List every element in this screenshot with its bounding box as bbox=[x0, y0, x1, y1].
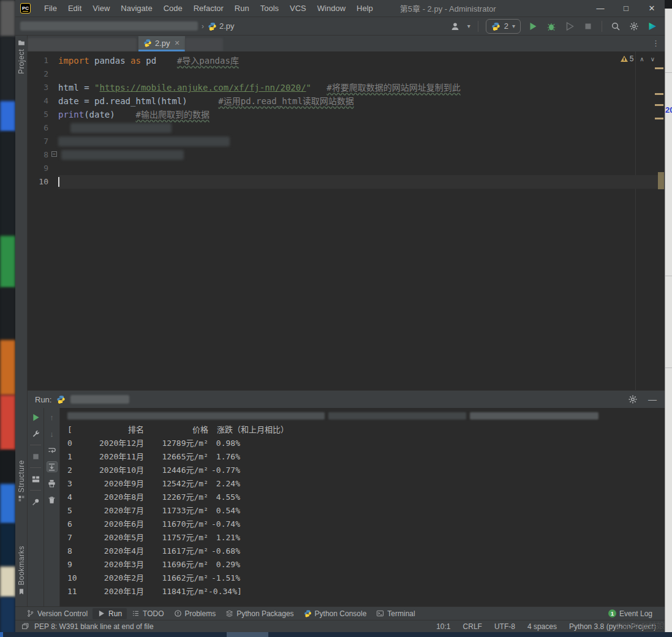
python-run-tab-icon bbox=[56, 395, 66, 404]
line-number: 2 bbox=[28, 67, 58, 81]
menu-tools[interactable]: Tools bbox=[255, 2, 284, 15]
line-number: 9 bbox=[28, 162, 58, 175]
menu-code[interactable]: Code bbox=[159, 2, 187, 15]
menu-file[interactable]: File bbox=[39, 2, 62, 15]
tab-options-kebab-icon[interactable]: ⋮ bbox=[652, 39, 660, 48]
menu-bar: FileEditViewNavigateCodeRefactorRunTools… bbox=[39, 2, 378, 15]
toolwindow-event-log[interactable]: 1Event Log bbox=[603, 608, 657, 619]
code-line: import pandas as pd #导入pandas库 bbox=[58, 54, 665, 67]
run-button[interactable] bbox=[527, 20, 539, 32]
sidebar-item-bookmarks[interactable]: Bookmarks bbox=[15, 546, 28, 595]
print-icon[interactable] bbox=[47, 478, 58, 489]
toolwindow-terminal[interactable]: Terminal bbox=[371, 608, 420, 619]
maximize-button[interactable]: □ bbox=[613, 0, 639, 17]
user-account-icon[interactable] bbox=[449, 20, 461, 32]
caret-position[interactable]: 10:1 bbox=[436, 622, 450, 631]
sidebar-item-project[interactable]: Project bbox=[15, 39, 28, 74]
code-line bbox=[58, 135, 665, 148]
menu-view[interactable]: View bbox=[88, 2, 115, 15]
redacted-code bbox=[61, 150, 184, 160]
run-with-coverage-button[interactable] bbox=[564, 20, 576, 32]
restore-layout-icon[interactable] bbox=[30, 473, 41, 484]
soft-wrap-icon[interactable] bbox=[47, 445, 58, 456]
prev-warning-chevron-icon[interactable]: ∧ bbox=[640, 56, 644, 62]
menu-refactor[interactable]: Refactor bbox=[189, 2, 228, 15]
tab-2py[interactable]: 2.py ✕ bbox=[138, 36, 185, 51]
stop-process-button[interactable] bbox=[30, 451, 41, 462]
scroll-to-end-icon[interactable] bbox=[47, 461, 58, 472]
run-toolbar-inner: ↑ ↓ bbox=[43, 408, 59, 606]
line-number: 1 bbox=[28, 54, 58, 67]
line-number: 3 bbox=[28, 81, 58, 94]
code-with-me-icon[interactable] bbox=[646, 20, 659, 32]
background-text-fragment: 20 bbox=[665, 105, 672, 115]
redacted-command-line bbox=[67, 412, 665, 421]
line-number: 5 bbox=[28, 108, 58, 121]
scrollbar-thumb[interactable] bbox=[658, 172, 664, 189]
toolwindow-todo[interactable]: TODO bbox=[127, 608, 168, 619]
next-warning-chevron-icon[interactable]: ∨ bbox=[651, 56, 655, 62]
user-dropdown-chevron-icon[interactable]: ▾ bbox=[467, 23, 470, 29]
down-stack-trace-icon[interactable]: ↓ bbox=[47, 428, 58, 439]
run-console[interactable]: [排名价格涨跌（和上月相比）02020年12月12789元/m²0.98%120… bbox=[59, 408, 665, 606]
sidebar-item-structure[interactable]: Structure bbox=[15, 460, 28, 502]
config-dropdown-chevron-icon: ▾ bbox=[512, 23, 515, 29]
inspections-widget[interactable]: 5 ∧ ∨ bbox=[621, 55, 655, 63]
menu-run[interactable]: Run bbox=[230, 2, 254, 15]
toolwindow-python-packages[interactable]: Python Packages bbox=[221, 608, 298, 619]
run-tool-window: Run: — bbox=[28, 390, 665, 606]
menu-navigate[interactable]: Navigate bbox=[116, 2, 157, 15]
warning-count: 5 bbox=[621, 55, 634, 63]
screen: 20 PC FileEditViewNavigateCodeRefactorRu… bbox=[0, 0, 672, 637]
python-interpreter[interactable]: Python 3.8 (pythonProject) bbox=[569, 622, 656, 631]
code-area[interactable]: import pandas as pd #导入pandas库html = "ht… bbox=[58, 51, 665, 390]
background-window-strip: 20 bbox=[665, 9, 672, 632]
console-row: 102020年2月11662元/m²-1.51% bbox=[67, 571, 665, 585]
toolwindow-run[interactable]: Run bbox=[92, 608, 127, 619]
pin-tab-icon[interactable] bbox=[30, 496, 41, 507]
menu-window[interactable]: Window bbox=[312, 2, 350, 15]
code-line bbox=[58, 162, 665, 175]
menu-vcs[interactable]: VCS bbox=[285, 2, 311, 15]
toolwindow-problems[interactable]: Problems bbox=[169, 608, 221, 619]
redacted-tab[interactable] bbox=[28, 38, 137, 51]
line-separator[interactable]: CRLF bbox=[463, 622, 482, 631]
run-config-wrench-icon[interactable] bbox=[30, 428, 41, 439]
close-button[interactable]: ✕ bbox=[639, 0, 665, 17]
menu-edit[interactable]: Edit bbox=[63, 2, 86, 15]
code-line bbox=[58, 175, 665, 189]
line-number: 6 bbox=[28, 121, 58, 135]
status-message[interactable]: PEP 8: W391 blank line at end of file bbox=[34, 622, 154, 631]
run-settings-gear-icon[interactable] bbox=[627, 393, 639, 405]
toolwindow-python-console[interactable]: Python Console bbox=[299, 608, 372, 619]
bookmark-icon bbox=[18, 588, 25, 595]
fold-icon[interactable]: − bbox=[51, 151, 57, 157]
redacted-tab[interactable] bbox=[185, 38, 223, 51]
toolwindow-version-control[interactable]: Version Control bbox=[21, 608, 92, 619]
menu-help[interactable]: Help bbox=[352, 2, 378, 15]
pycharm-logo-icon: PC bbox=[20, 3, 31, 13]
run-configuration-select[interactable]: 2 ▾ bbox=[486, 19, 521, 34]
window-title: 第5章 - 2.py - Administrator bbox=[378, 2, 587, 14]
code-editor[interactable]: 12345678−910 import pandas as pd #导入pand… bbox=[28, 51, 665, 390]
search-everywhere-icon[interactable] bbox=[610, 20, 622, 32]
redacted-run-tab[interactable] bbox=[70, 395, 129, 404]
file-encoding[interactable]: UTF-8 bbox=[494, 622, 515, 631]
redacted-code bbox=[70, 123, 172, 133]
minimize-button[interactable]: — bbox=[587, 0, 613, 17]
indent-style[interactable]: 4 spaces bbox=[527, 622, 557, 631]
stop-button[interactable] bbox=[582, 20, 594, 32]
settings-gear-icon[interactable] bbox=[628, 20, 640, 32]
debug-button[interactable] bbox=[545, 20, 557, 32]
title-bar: PC FileEditViewNavigateCodeRefactorRunTo… bbox=[15, 0, 665, 17]
redacted-code bbox=[58, 137, 230, 146]
up-stack-trace-icon[interactable]: ↑ bbox=[47, 412, 58, 423]
hide-panel-icon[interactable]: — bbox=[646, 393, 659, 405]
python-file-icon bbox=[143, 39, 152, 47]
clear-console-icon[interactable] bbox=[47, 494, 58, 505]
console-row: 72020年5月11757元/m²1.21% bbox=[67, 531, 665, 545]
breadcrumb-file[interactable]: 2.py bbox=[208, 21, 235, 31]
close-tab-icon[interactable]: ✕ bbox=[175, 39, 180, 47]
line-number: 4 bbox=[28, 94, 58, 108]
rerun-button[interactable] bbox=[30, 412, 41, 423]
